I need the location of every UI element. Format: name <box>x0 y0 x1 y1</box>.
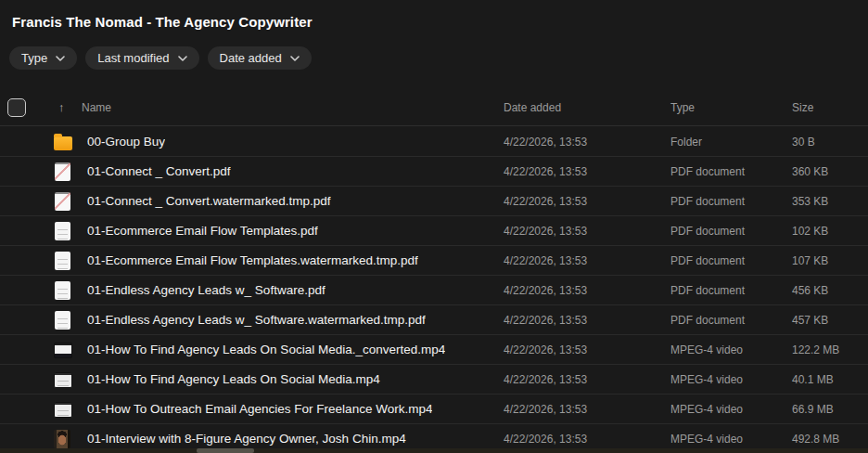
pdf-ribbon-icon <box>55 162 70 181</box>
table-header: ↑ Name Date added Type Size <box>0 89 868 126</box>
file-type: Folder <box>670 136 792 149</box>
horizontal-scrollbar-thumb[interactable] <box>197 448 254 453</box>
file-manager-window: Francis The Nomad - The Agency Copywrite… <box>0 0 868 453</box>
file-size: 66.9 MB <box>792 403 868 416</box>
chevron-down-icon <box>178 55 187 61</box>
file-name: 01-Endless Agency Leads w_ Software.wate… <box>87 313 426 327</box>
file-size: 102 KB <box>792 225 868 238</box>
horizontal-scrollbar <box>0 448 868 453</box>
file-type: PDF document <box>670 225 792 238</box>
chevron-down-icon <box>56 55 65 61</box>
filter-chip-date-added-label: Date added <box>220 51 282 65</box>
video-light-icon <box>54 402 72 418</box>
file-size: 122.2 MB <box>792 343 868 356</box>
portrait-icon <box>54 430 70 448</box>
file-size: 457 KB <box>792 314 868 327</box>
pdf-icon <box>55 222 70 240</box>
file-type: MPEG-4 video <box>670 373 792 386</box>
file-type: MPEG-4 video <box>670 433 792 446</box>
table-row[interactable]: 01-Endless Agency Leads w_ Software.wate… <box>0 305 868 335</box>
column-header-name[interactable]: Name <box>82 101 504 114</box>
file-date-added: 4/22/2026, 13:53 <box>504 254 670 267</box>
table-row[interactable]: 01-How To Find Agency Leads On Social Me… <box>0 335 868 365</box>
file-type: PDF document <box>670 165 792 178</box>
pdf-ribbon-icon <box>55 192 70 211</box>
column-header-date-added[interactable]: Date added <box>504 101 670 114</box>
column-header-size[interactable]: Size <box>792 101 868 114</box>
file-type: MPEG-4 video <box>670 343 792 356</box>
file-type: PDF document <box>670 314 792 327</box>
pdf-icon <box>55 252 70 270</box>
pdf-icon <box>55 311 70 330</box>
file-type: PDF document <box>670 195 792 208</box>
video-dark-icon <box>54 343 72 358</box>
table-row[interactable]: 01-Endless Agency Leads w_ Software.pdf … <box>0 276 868 305</box>
file-name: 00-Group Buy <box>87 135 165 149</box>
video-light-icon <box>54 372 72 388</box>
file-date-added: 4/22/2026, 13:53 <box>504 373 670 386</box>
filter-chip-type[interactable]: Type <box>9 46 77 70</box>
file-date-added: 4/22/2026, 13:53 <box>504 284 670 297</box>
file-type: PDF document <box>670 254 792 267</box>
filter-chip-last-modified-label: Last modified <box>97 51 169 65</box>
file-size: 40.1 MB <box>792 373 868 386</box>
select-all-checkbox[interactable] <box>7 98 26 117</box>
file-date-added: 4/22/2026, 13:53 <box>504 343 670 356</box>
file-size: 30 B <box>792 136 868 149</box>
file-date-added: 4/22/2026, 13:53 <box>504 403 670 416</box>
file-date-added: 4/22/2026, 13:53 <box>504 225 670 238</box>
filter-chip-date-added[interactable]: Date added <box>208 46 312 70</box>
file-size: 360 KB <box>792 165 868 178</box>
file-name: 01-Interview with 8-Figure Agency Owner,… <box>87 432 406 446</box>
table-row[interactable]: 01-How To Find Agency Leads On Social Me… <box>0 365 868 395</box>
file-size: 353 KB <box>792 195 868 208</box>
file-name: 01-How To Find Agency Leads On Social Me… <box>87 372 380 386</box>
table-row[interactable]: 01-Connect _ Convert.pdf 4/22/2026, 13:5… <box>0 157 868 187</box>
table-row[interactable]: 01-Ecommerce Email Flow Templates.waterm… <box>0 246 868 276</box>
file-name: 01-Ecommerce Email Flow Templates.waterm… <box>87 253 418 267</box>
pdf-icon <box>55 281 70 300</box>
file-date-added: 4/22/2026, 13:53 <box>504 195 670 208</box>
column-header-type[interactable]: Type <box>670 101 792 114</box>
file-name: 01-Connect _ Convert.watermarked.tmp.pdf <box>87 194 331 208</box>
filter-chip-last-modified[interactable]: Last modified <box>85 46 198 70</box>
file-name: 01-Endless Agency Leads w_ Software.pdf <box>87 283 326 297</box>
filter-chip-type-label: Type <box>21 51 47 65</box>
file-date-added: 4/22/2026, 13:53 <box>504 136 670 149</box>
file-size: 107 KB <box>792 254 868 267</box>
file-name: 01-Ecommerce Email Flow Templates.pdf <box>87 224 318 238</box>
table-row[interactable]: 01-How To Outreach Email Agencies For Fr… <box>0 395 868 424</box>
file-date-added: 4/22/2026, 13:53 <box>504 314 670 327</box>
file-name: 01-Connect _ Convert.pdf <box>87 164 231 178</box>
file-name: 01-How To Outreach Email Agencies For Fr… <box>87 402 432 416</box>
file-size: 492.8 MB <box>792 433 868 446</box>
file-date-added: 4/22/2026, 13:53 <box>504 165 670 178</box>
chevron-down-icon <box>290 55 300 61</box>
file-table-body: 00-Group Buy 4/22/2026, 13:53 Folder 30 … <box>0 127 868 453</box>
table-row[interactable]: 01-Ecommerce Email Flow Templates.pdf 4/… <box>0 216 868 246</box>
file-type: MPEG-4 video <box>670 403 792 416</box>
page-title: Francis The Nomad - The Agency Copywrite… <box>12 14 313 30</box>
table-row[interactable]: 00-Group Buy 4/22/2026, 13:53 Folder 30 … <box>0 127 868 157</box>
filter-chip-row: Type Last modified Date added <box>9 46 312 70</box>
file-size: 456 KB <box>792 284 868 297</box>
file-type: PDF document <box>670 284 792 297</box>
file-date-added: 4/22/2026, 13:53 <box>504 433 670 446</box>
file-name: 01-How To Find Agency Leads On Social Me… <box>87 343 445 356</box>
folder-icon <box>54 136 72 150</box>
table-row[interactable]: 01-Connect _ Convert.watermarked.tmp.pdf… <box>0 187 868 216</box>
